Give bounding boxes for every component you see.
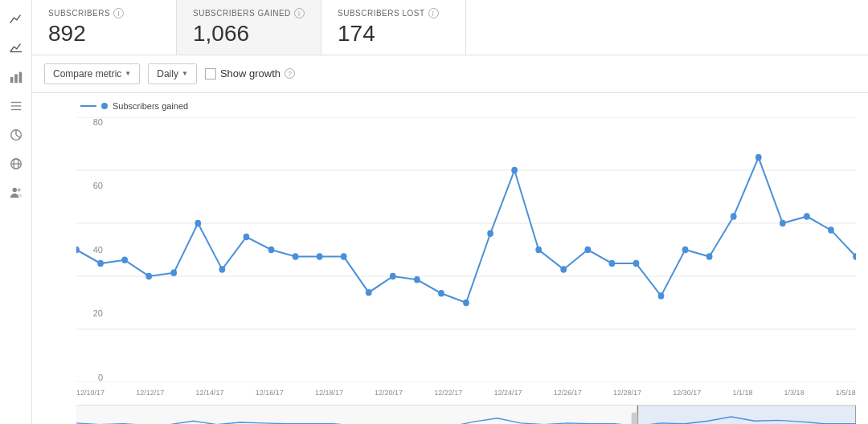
legend-label: Subscribers gained: [113, 101, 188, 111]
x-label-0: 12/10/17: [76, 389, 104, 397]
chart-dot: [366, 289, 372, 296]
chart-dot: [731, 213, 737, 220]
chart-dot: [268, 247, 275, 254]
compare-metric-dropdown[interactable]: Compare metric ▼: [44, 63, 140, 84]
svg-line-9: [16, 135, 20, 138]
legend-line-marker: [80, 105, 96, 107]
chart-dot: [170, 269, 177, 276]
sidebar-icon-list[interactable]: [5, 95, 27, 117]
chart-dot: [145, 273, 152, 280]
svg-point-13: [12, 188, 16, 192]
svg-rect-2: [14, 74, 18, 83]
chart-dot: [609, 260, 616, 267]
chart-dot: [682, 247, 689, 254]
daily-arrow: ▼: [182, 70, 188, 77]
sidebar: [0, 0, 32, 424]
stat-gained-value: 1,066: [193, 22, 305, 47]
mini-chart-area: Nov 2017 Dec 2017 Jan 2018: [76, 405, 856, 424]
toolbar: Compare metric ▼ Daily ▼ Show growth ?: [32, 55, 868, 93]
stat-lost-label: SUBSCRIBERS LOST i: [338, 8, 449, 18]
chart-line: [76, 157, 856, 303]
sidebar-icon-globe[interactable]: [5, 153, 27, 175]
stat-gained-label: SUBSCRIBERS GAINED i: [193, 8, 305, 18]
chart-dot: [438, 290, 444, 297]
svg-rect-3: [18, 72, 22, 84]
chart-dot: [317, 253, 323, 260]
chart-dot: [804, 213, 810, 220]
stat-subscribers: SUBSCRIBERS i 892: [32, 0, 177, 55]
x-label-1: 12/12/17: [136, 389, 164, 397]
chart-dot: [244, 234, 250, 241]
x-label-9: 12/28/17: [613, 389, 641, 397]
x-label-12: 1/3/18: [784, 389, 805, 397]
chart-dot: [658, 292, 665, 300]
x-label-7: 12/24/17: [494, 389, 522, 397]
sidebar-icon-line-chart[interactable]: [5, 8, 27, 31]
svg-rect-30: [632, 413, 638, 424]
subscribers-info-icon[interactable]: i: [113, 8, 124, 18]
x-label-10: 12/30/17: [673, 389, 701, 397]
chart-area: Subscribers gained 80 60 40 20 0: [32, 93, 868, 424]
main-content: SUBSCRIBERS i 892 SUBSCRIBERS GAINED i 1…: [32, 0, 868, 424]
chart-dot: [487, 230, 493, 237]
x-label-4: 12/18/17: [315, 389, 343, 397]
chart-dot: [560, 266, 567, 273]
sidebar-icon-area-chart[interactable]: [5, 37, 27, 59]
chart-dot: [584, 247, 591, 254]
x-label-13: 1/5/18: [836, 389, 856, 397]
sidebar-icon-pie-chart[interactable]: [5, 124, 27, 146]
chart-legend: Subscribers gained: [80, 101, 856, 111]
gained-info-icon[interactable]: i: [294, 8, 305, 18]
chart-dot: [780, 220, 786, 227]
stat-lost-value: 174: [338, 22, 449, 47]
chart-dot: [341, 253, 347, 260]
chart-dot: [194, 220, 201, 227]
x-label-2: 12/14/17: [195, 389, 223, 397]
y-label-80: 80: [93, 117, 103, 127]
x-label-6: 12/22/17: [434, 389, 462, 397]
show-growth-checkbox[interactable]: [205, 68, 216, 80]
stats-bar: SUBSCRIBERS i 892 SUBSCRIBERS GAINED i 1…: [32, 0, 868, 55]
compare-metric-arrow: ▼: [125, 70, 131, 77]
y-label-0: 0: [98, 373, 103, 382]
chart-dot: [706, 253, 713, 260]
chart-dot: [121, 256, 128, 263]
chart-dot: [633, 260, 640, 267]
stat-lost: SUBSCRIBERS LOST i 174: [321, 0, 466, 55]
stat-subscribers-label: SUBSCRIBERS i: [48, 8, 160, 18]
chart-dot: [414, 276, 420, 283]
x-label-3: 12/16/17: [256, 389, 284, 397]
show-growth-label[interactable]: Show growth ?: [205, 67, 295, 80]
chart-dot: [463, 300, 469, 307]
y-label-60: 60: [93, 181, 103, 190]
main-chart-svg: 80 60 40 20 0: [76, 117, 856, 382]
legend-dot-marker: [101, 103, 108, 109]
chart-dot: [755, 154, 762, 161]
svg-point-14: [17, 188, 20, 191]
chart-dot: [828, 226, 834, 234]
x-label-8: 12/26/17: [554, 389, 582, 397]
chart-container: 80 60 40 20 0: [76, 117, 856, 382]
daily-dropdown[interactable]: Daily ▼: [148, 63, 197, 84]
mini-chart-svg: [76, 406, 856, 424]
y-label-40: 40: [93, 245, 103, 255]
svg-rect-1: [10, 77, 13, 83]
show-growth-info-icon[interactable]: ?: [285, 68, 295, 79]
svg-rect-27: [637, 406, 856, 424]
y-label-20: 20: [93, 308, 103, 318]
chart-dot: [390, 273, 396, 280]
sidebar-icon-people[interactable]: [5, 181, 27, 204]
chart-dot: [219, 266, 226, 273]
x-label-11: 1/1/18: [732, 389, 752, 397]
chart-dot: [535, 247, 542, 254]
lost-info-icon[interactable]: i: [428, 8, 439, 18]
chart-dot: [293, 253, 299, 260]
x-label-5: 12/20/17: [375, 389, 403, 397]
stat-subscribers-value: 892: [48, 22, 160, 47]
sidebar-icon-bar-chart[interactable]: [5, 66, 27, 88]
chart-dot: [511, 167, 518, 174]
x-axis-labels: 12/10/17 12/12/17 12/14/17 12/16/17 12/1…: [76, 389, 856, 397]
y-axis-labels: 80 60 40 20 0: [76, 117, 107, 382]
stat-gained: SUBSCRIBERS GAINED i 1,066: [177, 0, 321, 55]
